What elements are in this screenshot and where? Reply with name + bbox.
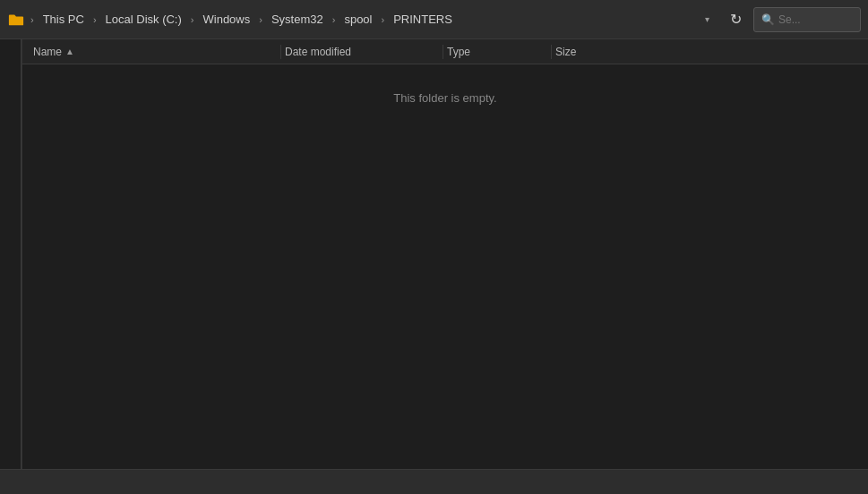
column-header-name[interactable]: Name ▲ [30, 46, 280, 58]
column-headers: Name ▲ Date modified Type Size [22, 39, 868, 64]
column-header-date[interactable]: Date modified [281, 46, 443, 58]
search-input[interactable] [778, 13, 850, 26]
sep-5: › [379, 14, 386, 25]
sidebar-edge [21, 39, 21, 469]
sep-4: › [331, 14, 338, 25]
column-size-label: Size [555, 46, 576, 58]
address-bar: › This PC › Local Disk (C:) › Windows › … [0, 0, 868, 39]
main-layout: Name ▲ Date modified Type Size This fold… [0, 39, 868, 469]
sep-3: › [257, 14, 264, 25]
file-list-content: This folder is empty. [22, 64, 868, 469]
sep-0: › [29, 14, 36, 25]
column-header-size[interactable]: Size [552, 46, 641, 58]
breadcrumb-system32[interactable]: System32 [268, 11, 327, 28]
file-list-container: Name ▲ Date modified Type Size This fold… [22, 39, 868, 469]
breadcrumb-this-pc[interactable]: This PC [39, 11, 88, 28]
column-header-type[interactable]: Type [443, 46, 551, 58]
breadcrumb-dropdown-button[interactable]: ▾ [696, 7, 718, 32]
refresh-icon: ↻ [730, 11, 742, 28]
sidebar [0, 39, 22, 469]
breadcrumb-local-disk[interactable]: Local Disk (C:) [102, 11, 185, 28]
search-icon: 🔍 [761, 13, 775, 26]
refresh-button[interactable]: ↻ [721, 5, 750, 34]
column-name-label: Name [33, 46, 62, 58]
empty-folder-message: This folder is empty. [393, 91, 496, 105]
breadcrumb-windows[interactable]: Windows [200, 11, 254, 28]
folder-icon [7, 11, 25, 29]
column-date-label: Date modified [285, 46, 351, 58]
sep-2: › [189, 14, 196, 25]
chevron-down-icon: ▾ [705, 14, 709, 24]
status-bar [0, 469, 868, 494]
column-type-label: Type [447, 46, 470, 58]
breadcrumb-spool[interactable]: spool [340, 11, 375, 28]
breadcrumb-printers[interactable]: PRINTERS [390, 11, 456, 28]
sort-arrow-icon: ▲ [65, 47, 74, 56]
sep-1: › [91, 14, 99, 25]
search-box[interactable]: 🔍 [753, 7, 861, 32]
